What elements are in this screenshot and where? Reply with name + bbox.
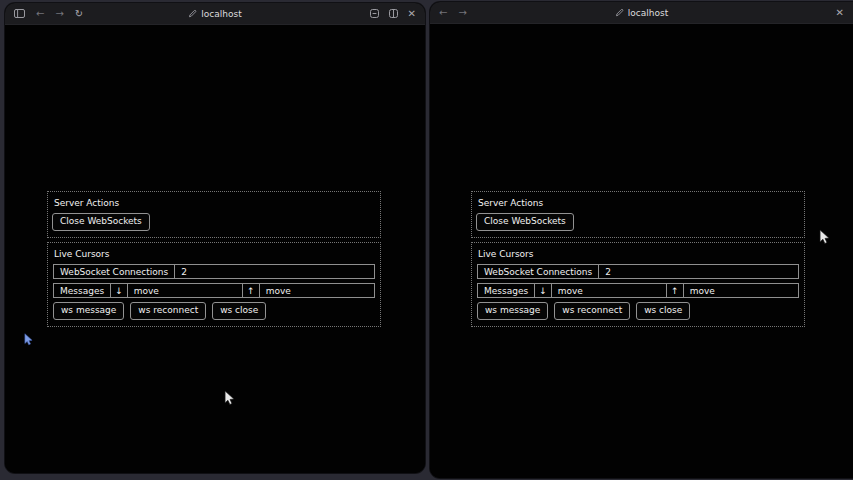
messages-row: Messages ↓ move ↑ move <box>477 283 799 298</box>
demo-panel: Server Actions Close WebSockets Live Cur… <box>47 191 381 327</box>
connections-label: WebSocket Connections <box>54 265 175 278</box>
live-cursors-group: Live Cursors WebSocket Connections 2 Mes… <box>47 242 381 327</box>
ws-close-button[interactable]: ws close <box>636 302 690 320</box>
refresh-icon[interactable]: ↻ <box>75 9 83 19</box>
ws-close-button[interactable]: ws close <box>212 302 266 320</box>
reader-mode-icon[interactable] <box>370 9 379 18</box>
close-websockets-button[interactable]: Close WebSockets <box>52 213 150 231</box>
ws-buttons-row: ws message ws reconnect ws close <box>477 302 799 320</box>
close-icon[interactable]: ✕ <box>408 9 416 19</box>
messages-row: Messages ↓ move ↑ move <box>53 283 375 298</box>
browser-window-right: ← → localhost ✕ Server Actions Close Web… <box>430 2 853 478</box>
ws-reconnect-button[interactable]: ws reconnect <box>130 302 206 320</box>
messages-label: Messages <box>54 284 111 297</box>
server-actions-title: Server Actions <box>478 198 799 208</box>
titlebar: ← → localhost ✕ <box>430 2 853 24</box>
titlebar: ← → ↻ localhost ✕ <box>5 3 425 25</box>
live-cursors-title: Live Cursors <box>478 249 799 259</box>
received-arrow-icon: ↓ <box>111 284 128 297</box>
ws-message-button[interactable]: ws message <box>477 302 548 320</box>
url-text[interactable]: localhost <box>628 8 668 18</box>
browser-window-left: ← → ↻ localhost ✕ <box>5 3 425 473</box>
sent-message-value: move <box>260 284 374 297</box>
close-websockets-button[interactable]: Close WebSockets <box>476 213 574 231</box>
connections-label: WebSocket Connections <box>478 265 599 278</box>
received-message-value: move <box>128 284 243 297</box>
back-icon[interactable]: ← <box>439 8 447 18</box>
received-arrow-icon: ↓ <box>535 284 552 297</box>
ws-message-button[interactable]: ws message <box>53 302 124 320</box>
server-actions-group: Server Actions Close WebSockets <box>47 191 381 238</box>
forward-icon[interactable]: → <box>458 8 466 18</box>
sidebar-toggle-icon[interactable] <box>14 9 25 18</box>
connections-row: WebSocket Connections 2 <box>53 264 375 279</box>
received-message-value: move <box>552 284 667 297</box>
url-text[interactable]: localhost <box>201 9 241 19</box>
messages-label: Messages <box>478 284 535 297</box>
forward-icon[interactable]: → <box>55 9 63 19</box>
demo-panel: Server Actions Close WebSockets Live Cur… <box>471 191 805 327</box>
server-actions-title: Server Actions <box>54 198 375 208</box>
page-content: Server Actions Close WebSockets Live Cur… <box>430 24 853 478</box>
ws-reconnect-button[interactable]: ws reconnect <box>554 302 630 320</box>
edit-url-icon <box>188 9 197 18</box>
page-content: Server Actions Close WebSockets Live Cur… <box>5 25 425 473</box>
live-cursors-title: Live Cursors <box>54 249 375 259</box>
sent-message-value: move <box>684 284 798 297</box>
connections-row: WebSocket Connections 2 <box>477 264 799 279</box>
split-view-icon[interactable] <box>389 9 398 18</box>
connections-value: 2 <box>599 265 798 278</box>
server-actions-group: Server Actions Close WebSockets <box>471 191 805 238</box>
edit-url-icon <box>615 8 624 17</box>
desktop: ← → ↻ localhost ✕ <box>0 0 853 480</box>
sent-arrow-icon: ↑ <box>243 284 260 297</box>
connections-value: 2 <box>175 265 374 278</box>
sent-arrow-icon: ↑ <box>667 284 684 297</box>
ws-buttons-row: ws message ws reconnect ws close <box>53 302 375 320</box>
close-icon[interactable]: ✕ <box>836 8 844 18</box>
back-icon[interactable]: ← <box>36 9 44 19</box>
live-cursors-group: Live Cursors WebSocket Connections 2 Mes… <box>471 242 805 327</box>
